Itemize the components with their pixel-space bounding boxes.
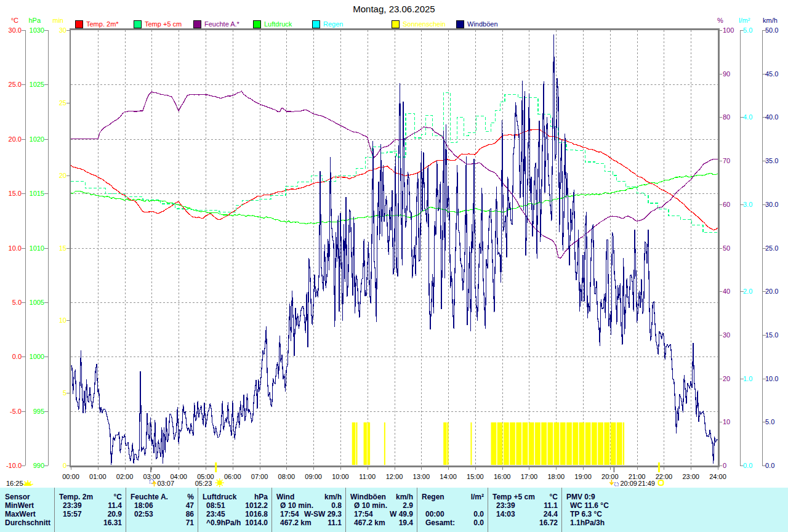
table-cell: W 49.9 <box>345 510 413 518</box>
axis-tick-label: 2.0 <box>743 288 752 295</box>
moon-down-icon-shape <box>609 480 613 485</box>
axis-tick-label: 0 <box>723 462 726 469</box>
axis-tick-label: 20.0 <box>9 135 22 143</box>
sun-icon-shape <box>222 485 223 486</box>
axis-tick-label: 25.0 <box>765 244 778 252</box>
table-cell: WC 11.6 °C <box>570 501 694 510</box>
legend-item-temp-5cm <box>134 20 141 28</box>
x-tick-label: 11:00 <box>359 473 376 480</box>
axis-tick-label: 1000 <box>30 353 44 360</box>
axis-tick-label: 20 <box>723 375 730 382</box>
sun-icon-shape <box>217 480 218 481</box>
table-cell: 20.9 <box>54 510 122 518</box>
table-cell: 1012.2 <box>200 501 268 510</box>
axis-tick-label: 10.0 <box>9 244 22 252</box>
stats-table: SensorMinWertMaxWertDurchschnittTemp. 2m… <box>0 488 788 532</box>
table-cell: 47 <box>126 501 194 510</box>
sunshine-bar <box>356 422 357 465</box>
x-tick-label: 24:00 <box>709 473 726 480</box>
table-cell: 16.31 <box>54 518 122 527</box>
moon-up-icon <box>150 480 156 486</box>
table-separator <box>488 488 488 532</box>
sunshine-bar <box>592 422 597 465</box>
x-tick-label: 22:00 <box>656 473 673 480</box>
axis-tick-label: 25 <box>59 99 66 107</box>
sunshine-bar <box>368 422 370 465</box>
axis-lm2 <box>740 30 744 466</box>
axis-tick-label: 60 <box>723 201 730 208</box>
table-cell: 0.0 <box>416 510 484 518</box>
table-cell: 16.72 <box>490 518 558 527</box>
axis-label-lm2: l/m² <box>739 17 750 24</box>
sunshine-bar <box>566 422 572 465</box>
axis-tick-label: 1020 <box>30 135 44 143</box>
axis-tick-label: 1025 <box>30 81 44 88</box>
table-cell: 11.1 <box>274 518 342 527</box>
sunshine-bar <box>611 422 616 465</box>
table-row-label: Sensor <box>5 493 53 501</box>
table-col-unit: hPa <box>219 493 268 501</box>
legend-item-luftdruck <box>253 20 260 28</box>
sunshine-bar <box>617 422 622 465</box>
sunshine-bar <box>604 422 609 465</box>
legend-item-windboeen <box>456 20 464 28</box>
axis-tick-label: 995 <box>33 408 44 415</box>
sunshine-bar <box>535 422 541 465</box>
axis-tick-label: 25.0 <box>9 81 22 88</box>
axis-tick-label: 30 <box>723 331 730 339</box>
half-sun-icon-shape <box>31 484 33 485</box>
sunshine-bar <box>547 422 553 465</box>
axis-temp <box>22 30 26 466</box>
chart-title: Montag, 23.06.2025 <box>0 4 788 14</box>
axis-tick-label: 15.0 <box>9 190 22 197</box>
table-col-unit: °C <box>73 493 122 501</box>
marker-moon-rise-time: 03:07 <box>157 480 174 487</box>
x-tick-label: 02:00 <box>116 473 134 480</box>
table-cell: TP 6.3 °C <box>570 510 694 518</box>
legend-label-luftdruck: Luftdruck <box>264 20 292 28</box>
table-cell: 0.0 <box>416 518 484 527</box>
marker-prev-set-time: 16:25 <box>6 480 23 487</box>
axis-tick-label: 30.0 <box>9 26 22 34</box>
axis-tick-label: 0.0 <box>765 462 774 469</box>
sunshine-bar <box>541 422 547 465</box>
legend-label-sonnenschein: Sonnenschein <box>403 20 446 28</box>
axis-tick-label: 5.0 <box>743 26 752 34</box>
legend-swatch-sonnenschein <box>392 20 399 28</box>
legend-item-sonnenschein <box>392 20 399 28</box>
axis-tick-label: 15.0 <box>765 331 778 339</box>
x-tick-label: 07:00 <box>251 473 268 480</box>
sunshine-bar <box>510 422 515 465</box>
sunshine-bar <box>585 422 591 465</box>
axis-tick-label: -10.0 <box>6 462 22 469</box>
x-tick-label: 08:00 <box>278 473 296 480</box>
table-row-label: MinWert <box>5 501 53 510</box>
axis-tick-label: 1005 <box>30 299 44 306</box>
x-tick-label: 06:00 <box>224 473 241 480</box>
axis-tick-label: 45.0 <box>765 70 778 78</box>
sunshine-bar <box>623 422 624 465</box>
weather-chart: °C30.025.020.015.010.05.00.0-5.0-10.0hPa… <box>0 0 788 488</box>
axis-tick-label: 1015 <box>30 190 44 197</box>
x-tick-label: 00:00 <box>62 473 79 480</box>
sunshine-bar <box>364 422 367 465</box>
table-cell: 11.4 <box>54 501 122 510</box>
axis-tick-label: 0.0 <box>12 353 22 360</box>
table-cell: 2.9 <box>345 501 413 510</box>
series-sonnenschein <box>352 422 624 465</box>
table-col-unit: km/h <box>292 493 342 501</box>
sunshine-bar <box>447 422 448 465</box>
axis-tick-label: 1.0 <box>743 375 752 382</box>
sun-icon-shape <box>217 485 218 486</box>
x-tick-label: 01:00 <box>89 473 107 480</box>
legend-label-regen: Regen <box>323 20 343 28</box>
axis-tick-label: 50 <box>723 244 730 252</box>
axis-tick-label: 0 <box>63 462 66 469</box>
legend-swatch-regen <box>312 20 320 28</box>
half-sun-icon-shape <box>25 482 26 483</box>
table-col-header: PMV 0:9 <box>566 493 702 501</box>
x-tick-label: 12:00 <box>386 473 403 480</box>
axis-tick-label: 10.0 <box>765 375 778 382</box>
sunshine-bar <box>554 422 560 465</box>
series-luftdruck <box>71 173 718 224</box>
